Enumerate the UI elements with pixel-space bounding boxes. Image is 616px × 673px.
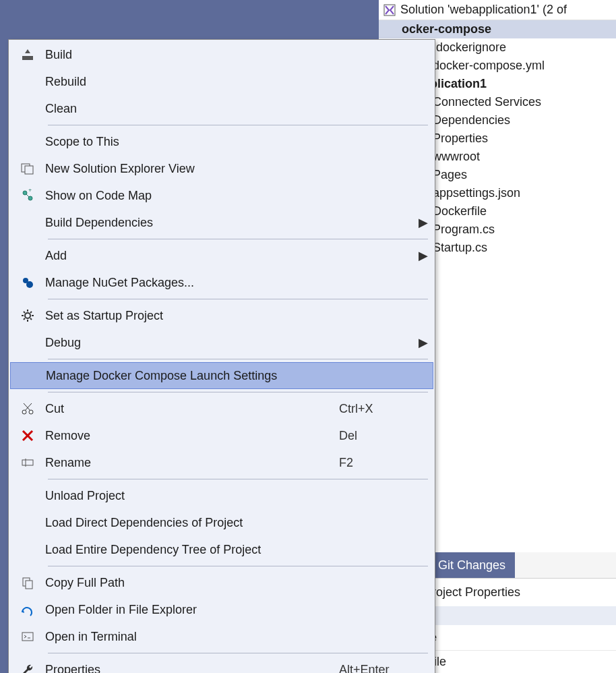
svg-rect-24 [22,460,33,465]
menu-label: Manage Docker Compose Launch Settings [46,369,338,383]
menu-item-unload-project[interactable]: Unload Project [10,482,433,509]
menu-separator [48,299,428,299]
menu-label: Cut [45,402,339,416]
menu-item-copy-full-path[interactable]: Copy Full Path [10,569,433,596]
menu-label: Set as Startup Project [45,309,339,323]
menu-label: Scope to This [45,135,339,149]
menu-item-manage-nuget-packages[interactable]: Manage NuGet Packages... [10,269,433,296]
menu-separator [48,392,428,392]
tree-label: wwwroot [433,150,480,164]
menu-item-rename[interactable]: Rename F2 [10,449,433,476]
menu-label: Rebuild [45,75,339,89]
svg-line-15 [30,318,32,320]
svg-line-16 [30,312,32,313]
rename-icon [10,456,45,469]
menu-label: Clean [45,102,339,116]
svg-line-20 [25,403,32,411]
menu-item-open-folder-in-file-explorer[interactable]: Open Folder in File Explorer [10,596,433,623]
menu-shortcut: Ctrl+X [339,402,413,416]
submenu-arrow-icon: ▶ [413,215,433,230]
menu-label: Debug [45,336,339,350]
menu-item-load-entire-dependency-tree[interactable]: Load Entire Dependency Tree of Project [10,536,433,563]
svg-rect-1 [22,56,33,60]
svg-line-17 [24,318,25,320]
solution-header: Solution 'webapplication1' (2 of [379,0,616,20]
svg-point-8 [26,281,33,288]
menu-item-debug[interactable]: Debug ▶ [10,329,433,356]
menu-item-remove[interactable]: Remove Del [10,422,433,449]
solution-icon [383,3,396,17]
menu-label: Build Dependencies [45,216,339,230]
menu-label: Show on Code Map [45,189,339,203]
tree-label: Startup.cs [433,241,487,255]
menu-label: Load Direct Dependencies of Project [45,516,339,530]
tree-node-docker-compose[interactable]: ocker-compose [379,20,616,38]
menu-label: Properties [45,663,339,674]
menu-separator [48,239,428,239]
menu-label: New Solution Explorer View [45,162,339,176]
menu-label: Remove [45,429,339,443]
menu-shortcut: F2 [339,456,413,470]
menu-label: Open Folder in File Explorer [45,603,339,617]
remove-icon [10,429,45,442]
menu-item-build-dependencies[interactable]: Build Dependencies ▶ [10,209,433,236]
svg-point-9 [25,313,30,318]
menu-item-open-in-terminal[interactable]: Open in Terminal [10,623,433,650]
menu-separator [48,359,428,359]
menu-label: Build [45,48,339,62]
tree-label: docker-compose.yml [433,59,545,73]
menu-shortcut: Del [339,429,413,443]
tab-git-changes[interactable]: Git Changes [429,552,515,578]
tree-label: Dependencies [433,113,510,127]
menu-item-add[interactable]: Add ▶ [10,242,433,269]
tree-label: Program.cs [433,223,495,237]
menu-label: Copy Full Path [45,576,339,590]
menu-item-clean[interactable]: Clean [10,95,433,122]
code-map-icon: + [10,189,45,202]
menu-label: Load Entire Dependency Tree of Project [45,543,339,557]
tree-label: .dockerignore [433,40,506,55]
new-view-icon [10,162,45,175]
svg-point-19 [29,410,33,414]
submenu-arrow-icon: ▶ [413,335,433,350]
wrench-icon [10,663,45,673]
menu-separator [48,653,428,653]
copy-icon [10,576,45,589]
menu-item-new-solution-explorer-view[interactable]: New Solution Explorer View [10,155,433,182]
svg-rect-3 [25,166,33,174]
svg-rect-28 [22,633,33,641]
svg-rect-27 [26,581,32,589]
context-menu: Build Rebuild Clean Scope to This New So… [8,39,435,673]
tree-label: Pages [433,168,467,182]
properties-title-rest: Project Properties [421,585,520,599]
submenu-arrow-icon: ▶ [413,248,433,263]
terminal-icon [10,630,45,643]
menu-item-cut[interactable]: Cut Ctrl+X [10,395,433,422]
menu-item-show-on-code-map[interactable]: + Show on Code Map [10,182,433,209]
tree-label: ocker-compose [402,22,491,36]
menu-item-set-as-startup-project[interactable]: Set as Startup Project [10,302,433,329]
svg-line-14 [24,312,25,313]
svg-text:+: + [28,189,32,194]
menu-item-manage-docker-compose-launch-settings[interactable]: Manage Docker Compose Launch Settings [10,362,433,389]
menu-label: Open in Terminal [45,630,339,644]
menu-separator [48,566,428,566]
menu-separator [48,479,428,479]
tree-label: Dockerfile [433,204,487,218]
folder-open-icon [10,603,45,616]
tree-label: Connected Services [433,95,541,109]
nuget-icon [10,276,45,289]
menu-label: Unload Project [45,489,339,503]
cut-icon [10,402,45,415]
menu-label: Manage NuGet Packages... [45,276,339,290]
svg-line-21 [24,403,30,411]
menu-item-properties[interactable]: Properties Alt+Enter [10,656,433,673]
menu-item-load-direct-dependencies[interactable]: Load Direct Dependencies of Project [10,509,433,536]
menu-item-rebuild[interactable]: Rebuild [10,68,433,95]
menu-item-scope-to-this[interactable]: Scope to This [10,128,433,155]
menu-item-build[interactable]: Build [10,41,433,68]
menu-label: Rename [45,456,339,470]
tree-label: appsettings.json [433,186,520,200]
solution-title: Solution 'webapplication1' (2 of [400,3,567,17]
menu-shortcut: Alt+Enter [339,663,413,674]
